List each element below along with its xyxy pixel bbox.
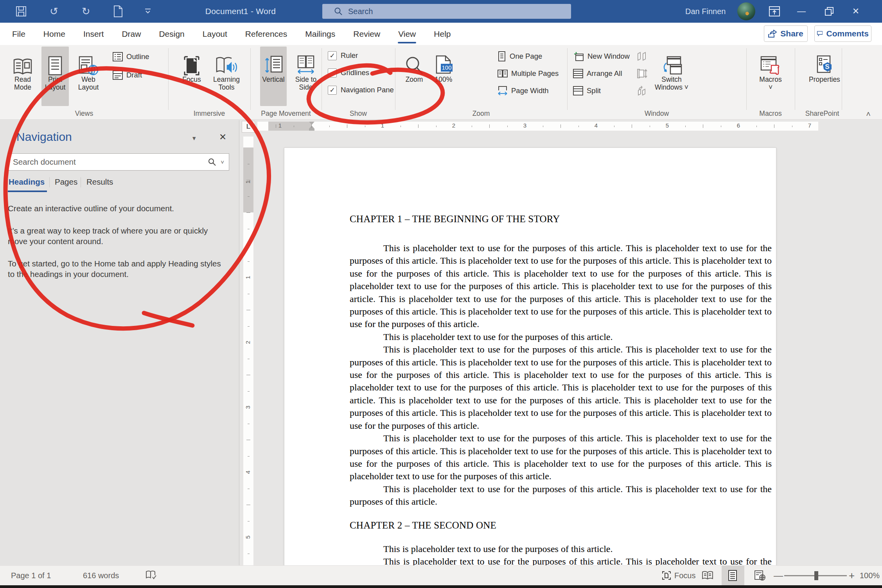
focus-icon [177, 47, 207, 76]
reset-window-position-icon[interactable] [637, 85, 648, 97]
web-layout-button[interactable]: Web Layout [74, 47, 103, 106]
menu-tab-mailings[interactable]: Mailings [296, 23, 344, 45]
share-button[interactable]: Share [764, 25, 808, 42]
vertical-button[interactable]: Vertical [260, 47, 287, 106]
nav-tab-results[interactable]: Results [86, 177, 113, 187]
nav-tab-pages[interactable]: Pages [55, 177, 77, 187]
document-page[interactable]: CHAPTER 1 – THE BEGINNING OF THE STORY T… [284, 147, 776, 565]
switch-windows-button[interactable]: Switch Windows ˅ [652, 47, 691, 106]
arrange-all-button[interactable]: Arrange All [573, 68, 622, 79]
zoom-slider-thumb[interactable] [814, 571, 818, 580]
zoom-button[interactable]: Zoom [400, 47, 429, 106]
status-bar: Page 1 of 1 616 words Focus — + 100% [0, 565, 882, 588]
macros-button[interactable]: Macros ˅ [755, 47, 786, 106]
checkbox-icon[interactable]: ✓ [328, 86, 337, 95]
navigation-search-input[interactable]: Search document ˅ [8, 153, 229, 171]
nav-help-paragraph: To get started, go to the Home tab and a… [8, 258, 221, 279]
vertical-ruler[interactable]: 123451 [243, 137, 253, 565]
ruler-tick [401, 126, 401, 127]
menu-tab-view[interactable]: View [389, 23, 425, 45]
menu-tab-draw[interactable]: Draw [113, 23, 150, 45]
zoom-in-button[interactable]: + [849, 566, 855, 585]
customize-quick-access-toolbar-icon[interactable] [140, 0, 156, 23]
page-indicator[interactable]: Page 1 of 1 [11, 566, 51, 585]
document-paragraph[interactable]: This is placeholder text to use for the … [350, 242, 772, 331]
checkbox-icon[interactable] [328, 68, 337, 77]
account-name[interactable]: Dan Finnen [685, 0, 726, 23]
indent-markers[interactable] [309, 122, 314, 131]
show-option-gridlines[interactable]: Gridlines [328, 68, 369, 78]
show-option-ruler[interactable]: ✓Ruler [328, 50, 358, 61]
user-avatar[interactable] [737, 2, 755, 20]
show-option-navigation-pane[interactable]: ✓Navigation Pane [328, 85, 394, 95]
ruler-tick [246, 212, 250, 213]
redo-icon[interactable]: ↻ [76, 0, 96, 23]
collapse-ribbon-button[interactable]: ˄ [859, 110, 878, 118]
document-paragraph[interactable]: This is placeholder text to use for the … [350, 543, 772, 555]
comments-button[interactable]: Comments [814, 25, 871, 42]
one-page-button[interactable]: One Page [498, 50, 542, 62]
side-to-side-button[interactable]: Side to Side [289, 47, 322, 106]
read-mode-view-button[interactable] [702, 566, 713, 585]
new-window-button[interactable]: New Window [573, 50, 630, 62]
document-paragraph[interactable]: This is placeholder text to use for the … [350, 331, 772, 343]
titlebar-search-box[interactable]: Search [322, 4, 571, 19]
tab-selector[interactable]: L [242, 121, 255, 133]
ruler-number: 3 [244, 403, 252, 411]
word-count[interactable]: 616 words [83, 566, 119, 585]
close-button[interactable]: ✕ [843, 0, 868, 23]
page-width-button[interactable]: Page Width [498, 85, 549, 97]
web-layout-view-button[interactable] [754, 566, 766, 585]
print-layout-view-button[interactable] [728, 566, 738, 585]
horizontal-ruler[interactable]: 12345671 [257, 122, 818, 131]
save-icon[interactable] [11, 0, 31, 23]
zoom-out-button[interactable]: — [774, 566, 783, 585]
search-icon[interactable] [208, 158, 216, 166]
proofing-status-icon[interactable] [146, 566, 156, 585]
learning-tools-button[interactable]: Learning Tools [208, 47, 245, 106]
menu-tab-layout[interactable]: Layout [194, 23, 236, 45]
ruler-tick [632, 124, 632, 128]
search-options-chevron-icon[interactable]: ˅ [221, 159, 224, 165]
navigation-pane-close-icon[interactable]: ✕ [219, 132, 226, 142]
nav-tab-headings[interactable]: Headings [9, 177, 45, 187]
split-button[interactable]: Split [573, 85, 601, 97]
ribbon-display-options-icon[interactable] [762, 0, 787, 23]
menu-tab-home[interactable]: Home [34, 23, 74, 45]
ruler-number: 7 [806, 122, 814, 129]
restore-button[interactable] [817, 0, 842, 23]
minimize-button[interactable]: — [789, 0, 814, 23]
navigation-pane-options-icon[interactable]: ▾ [192, 134, 196, 142]
ruler-tick [248, 521, 250, 521]
menu-tab-references[interactable]: References [236, 23, 296, 45]
focus-mode-button[interactable]: Focus [662, 566, 695, 585]
properties-button[interactable]: S Properties [807, 47, 842, 106]
multiple-pages-button[interactable]: Multiple Pages [498, 68, 559, 79]
new-document-icon[interactable] [108, 0, 128, 23]
outline-button[interactable]: Outline [113, 51, 149, 63]
zoom-100-button[interactable]: 100 100% [429, 47, 458, 106]
draft-button[interactable]: Draft [113, 69, 142, 81]
view-side-by-side-icon[interactable] [637, 50, 648, 62]
print-layout-button[interactable]: Print Layout [41, 47, 69, 106]
menu-tab-file[interactable]: File [3, 23, 34, 45]
focus-button[interactable]: Focus [177, 47, 207, 106]
read-mode-button[interactable]: Read Mode [9, 47, 37, 106]
document-paragraph[interactable]: This is placeholder text to use for the … [350, 432, 772, 483]
menu-tabs: FileHomeInsertDrawDesignLayoutReferences… [3, 23, 460, 45]
undo-icon[interactable]: ↺ [44, 0, 64, 23]
document-paragraph[interactable]: This is placeholder text to use for the … [350, 343, 772, 432]
document-paragraph[interactable]: This is placeholder text to use for the … [350, 555, 772, 565]
menu-tab-insert[interactable]: Insert [74, 23, 113, 45]
menu-tab-help[interactable]: Help [425, 23, 460, 45]
checkbox-icon[interactable]: ✓ [328, 51, 337, 60]
zoom-percentage[interactable]: 100% [860, 566, 880, 585]
read-mode-icon [9, 47, 37, 76]
synchronous-scrolling-icon[interactable] [637, 68, 648, 79]
menu-tab-design[interactable]: Design [150, 23, 193, 45]
one-page-icon [498, 51, 506, 61]
ruler-number: 5 [663, 122, 671, 129]
document-paragraph[interactable]: This is placeholder text to use for the … [350, 483, 772, 508]
menu-tab-review[interactable]: Review [344, 23, 389, 45]
document-paragraphs: This is placeholder text to use for the … [350, 543, 772, 565]
